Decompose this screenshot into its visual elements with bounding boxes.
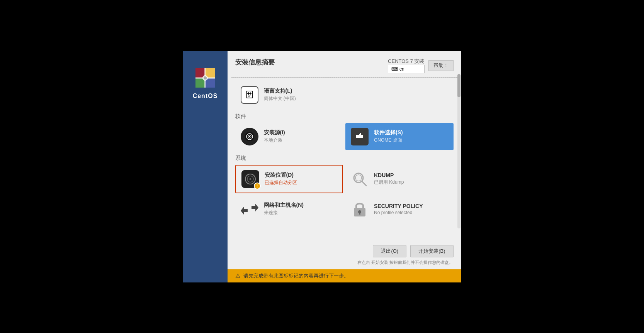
page-title: 安装信息摘要 xyxy=(235,58,275,67)
software-icon xyxy=(350,127,369,146)
kdump-icon xyxy=(350,169,369,189)
svg-line-20 xyxy=(362,181,366,186)
network-title: 网络和主机名(N) xyxy=(264,202,304,209)
kdump-subtitle: 已启用 Kdump xyxy=(374,179,404,186)
quit-button[interactable]: 退出(O) xyxy=(373,245,406,257)
scrollbar-track[interactable] xyxy=(457,74,460,228)
kdump-item[interactable]: KDUMP 已启用 Kdump xyxy=(345,165,454,193)
scrollbar-thumb[interactable] xyxy=(457,74,460,97)
main-content: 安装信息摘要 CENTOS 7 安装 ⌨ cn 帮助！ xyxy=(228,51,461,282)
content-area: 🈂 语言支持(L) 简体中文 (中国) 软件 xyxy=(228,78,461,241)
lang-value: cn xyxy=(399,66,404,72)
footer: 退出(O) 开始安装(B) 在点击 开始安装 按钮前我们并不会操作您的磁盘。 xyxy=(228,241,461,269)
svg-point-11 xyxy=(249,136,250,137)
language-title: 语言支持(L) xyxy=(264,88,296,95)
install-location-title: 安装位置(D) xyxy=(265,172,297,179)
source-title: 安装源(I) xyxy=(264,129,285,136)
software-item[interactable]: 软件选择(S) GNOME 桌面 xyxy=(345,123,454,150)
footer-note: 在点击 开始安装 按钮前我们并不会操作您的磁盘。 xyxy=(235,260,454,265)
header-right: CENTOS 7 安装 ⌨ cn 帮助！ xyxy=(388,58,453,73)
software-title: 软件选择(S) xyxy=(374,129,403,136)
svg-point-7 xyxy=(204,76,207,79)
source-item[interactable]: 安装源(I) 本地介质 xyxy=(235,123,343,150)
security-item[interactable]: SECURITY POLICY No profile selected xyxy=(345,196,454,223)
warning-bar: ⚠ 请先完成带有此图标标记的内容再进行下一步。 xyxy=(228,269,461,282)
software-subtitle: GNOME 桌面 xyxy=(374,137,403,144)
security-icon xyxy=(350,199,369,219)
warning-badge: ! xyxy=(254,183,261,189)
centos-logo-icon xyxy=(194,66,217,90)
security-subtitle: No profile selected xyxy=(374,210,423,215)
centos-logo: CentOS xyxy=(193,66,218,100)
install-location-subtitle: 已选择自动分区 xyxy=(265,179,297,186)
header: 安装信息摘要 CENTOS 7 安装 ⌨ cn 帮助！ xyxy=(228,51,461,77)
install-location-icon-container: ! xyxy=(241,169,260,189)
language-item[interactable]: 🈂 语言支持(L) 简体中文 (中国) xyxy=(235,81,343,108)
source-subtitle: 本地介质 xyxy=(264,137,285,144)
warning-bar-message: 请先完成带有此图标标记的内容再进行下一步。 xyxy=(243,272,349,279)
install-location-item[interactable]: ! 安装位置(D) 已选择自动分区 xyxy=(235,165,343,193)
svg-point-19 xyxy=(355,175,362,181)
localization-section: 🈂 语言支持(L) 简体中文 (中国) xyxy=(235,81,454,108)
footer-buttons: 退出(O) 开始安装(B) xyxy=(235,245,454,257)
language-subtitle: 简体中文 (中国) xyxy=(264,95,296,102)
warning-bar-icon: ⚠ xyxy=(235,272,240,279)
network-item[interactable]: 网络和主机名(N) 未连接 xyxy=(235,196,343,223)
network-icon xyxy=(240,199,259,219)
svg-rect-23 xyxy=(359,212,360,215)
help-button[interactable]: 帮助！ xyxy=(428,60,454,71)
source-icon xyxy=(240,127,259,146)
software-grid: 安装源(I) 本地介质 xyxy=(235,123,454,150)
sidebar: CentOS xyxy=(183,51,228,282)
system-section-label: 系统 xyxy=(235,155,454,162)
system-grid: ! 安装位置(D) 已选择自动分区 xyxy=(235,165,454,223)
start-install-button[interactable]: 开始安装(B) xyxy=(410,245,453,257)
keyboard-icon: ⌨ xyxy=(391,66,398,72)
software-section-label: 软件 xyxy=(235,113,454,120)
network-subtitle: 未连接 xyxy=(264,210,304,216)
kdump-title: KDUMP xyxy=(374,172,404,178)
svg-rect-13 xyxy=(356,135,357,138)
svg-point-17 xyxy=(249,178,251,180)
language-selector[interactable]: ⌨ cn xyxy=(388,65,424,73)
install-label: CENTOS 7 安装 ⌨ cn xyxy=(388,58,424,73)
security-title: SECURITY POLICY xyxy=(374,203,423,209)
centos-logo-text: CentOS xyxy=(193,93,218,100)
language-icon: 🈂 xyxy=(240,85,259,105)
